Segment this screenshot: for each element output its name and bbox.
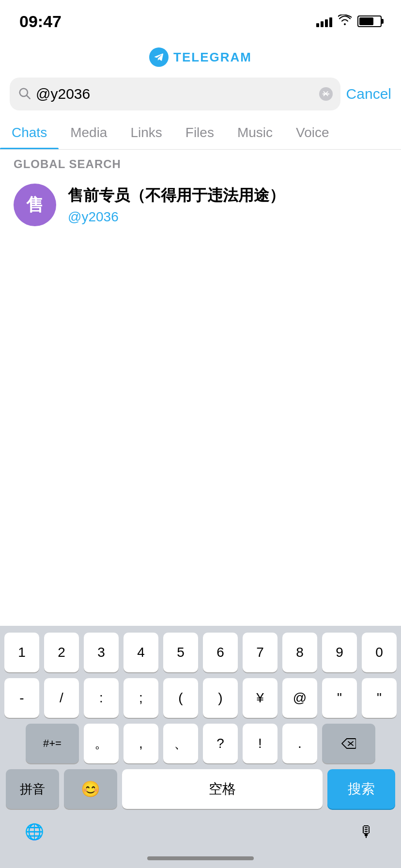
globe-icon[interactable]: 🌐: [22, 820, 46, 844]
key-open-paren[interactable]: (: [163, 678, 198, 718]
key-slash[interactable]: /: [44, 678, 79, 718]
telegram-header: TELEGRAM: [0, 43, 401, 72]
key-pinyin[interactable]: 拼音: [6, 769, 59, 809]
key-exclaim[interactable]: !: [243, 724, 278, 763]
key-search[interactable]: 搜索: [327, 769, 395, 809]
key-6[interactable]: 6: [203, 633, 238, 672]
keyboard-row-punctuation: #+= 。 , 、 ? ! .: [3, 724, 398, 763]
keyboard-row-symbols: - / : ; ( ) ¥ @ " ": [3, 678, 398, 718]
telegram-brand-label: TELEGRAM: [173, 50, 252, 65]
status-bar: 09:47: [0, 0, 401, 43]
keyboard-bottom-row: 拼音 😊 空格 搜索: [3, 769, 398, 815]
key-2[interactable]: 2: [44, 633, 79, 672]
key-4[interactable]: 4: [123, 633, 158, 672]
telegram-logo-icon: [149, 47, 169, 67]
search-bar: ✕ Cancel: [0, 72, 401, 116]
global-search-label: GLOBAL SEARCH: [0, 150, 401, 176]
key-close-quote[interactable]: ": [362, 678, 397, 718]
key-semicolon[interactable]: ;: [123, 678, 158, 718]
key-yen[interactable]: ¥: [243, 678, 278, 718]
key-close-paren[interactable]: ): [203, 678, 238, 718]
key-5[interactable]: 5: [163, 633, 198, 672]
key-question[interactable]: ?: [203, 724, 238, 763]
key-0[interactable]: 0: [362, 633, 397, 672]
tab-chats[interactable]: Chats: [0, 116, 59, 149]
battery-icon: [357, 16, 382, 27]
keyboard-util-row: 🌐 🎙: [3, 815, 398, 849]
tab-links[interactable]: Links: [119, 116, 173, 149]
key-period[interactable]: .: [282, 724, 317, 763]
search-input[interactable]: [36, 86, 314, 102]
keyboard-row-numbers: 1 2 3 4 5 6 7 8 9 0: [3, 633, 398, 672]
status-icons: [316, 15, 382, 28]
status-time: 09:47: [19, 12, 62, 31]
key-8[interactable]: 8: [282, 633, 317, 672]
key-hash-equals[interactable]: #+=: [26, 724, 79, 763]
search-input-wrapper[interactable]: ✕: [10, 78, 340, 110]
key-comma[interactable]: ,: [123, 724, 158, 763]
key-open-quote[interactable]: ": [322, 678, 357, 718]
key-pause-cn[interactable]: 、: [163, 724, 198, 763]
cancel-button[interactable]: Cancel: [346, 86, 391, 102]
key-dash[interactable]: -: [4, 678, 39, 718]
key-7[interactable]: 7: [243, 633, 278, 672]
key-3[interactable]: 3: [84, 633, 119, 672]
search-icon: [17, 86, 31, 102]
key-delete[interactable]: [322, 724, 375, 763]
clear-icon[interactable]: ✕: [319, 87, 333, 101]
key-space[interactable]: 空格: [122, 769, 323, 809]
mic-icon[interactable]: 🎙: [355, 820, 379, 844]
content-area: GLOBAL SEARCH 售 售前专员（不得用于违法用途） @y2036: [0, 150, 401, 234]
result-name: 售前专员（不得用于违法用途）: [68, 185, 387, 206]
key-at[interactable]: @: [282, 678, 317, 718]
wifi-icon: [338, 15, 352, 28]
tab-media[interactable]: Media: [59, 116, 119, 149]
tab-files[interactable]: Files: [174, 116, 226, 149]
result-info: 售前专员（不得用于违法用途） @y2036: [68, 185, 387, 225]
search-result-item[interactable]: 售 售前专员（不得用于违法用途） @y2036: [0, 176, 401, 234]
key-emoji[interactable]: 😊: [64, 769, 117, 809]
telegram-brand: TELEGRAM: [149, 47, 252, 67]
key-1[interactable]: 1: [4, 633, 39, 672]
tabs-bar: Chats Media Links Files Music Voice: [0, 116, 401, 150]
result-username: @y2036: [68, 209, 387, 225]
tab-voice[interactable]: Voice: [284, 116, 341, 149]
home-indicator: [3, 849, 398, 868]
tab-music[interactable]: Music: [226, 116, 284, 149]
keyboard: 1 2 3 4 5 6 7 8 9 0 - / : ; ( ) ¥ @ " " …: [0, 626, 401, 868]
home-bar: [147, 856, 254, 860]
key-period-cn[interactable]: 。: [84, 724, 119, 763]
key-9[interactable]: 9: [322, 633, 357, 672]
key-colon[interactable]: :: [84, 678, 119, 718]
avatar: 售: [14, 184, 56, 226]
svg-line-1: [27, 95, 30, 98]
signal-icon: [316, 16, 332, 27]
